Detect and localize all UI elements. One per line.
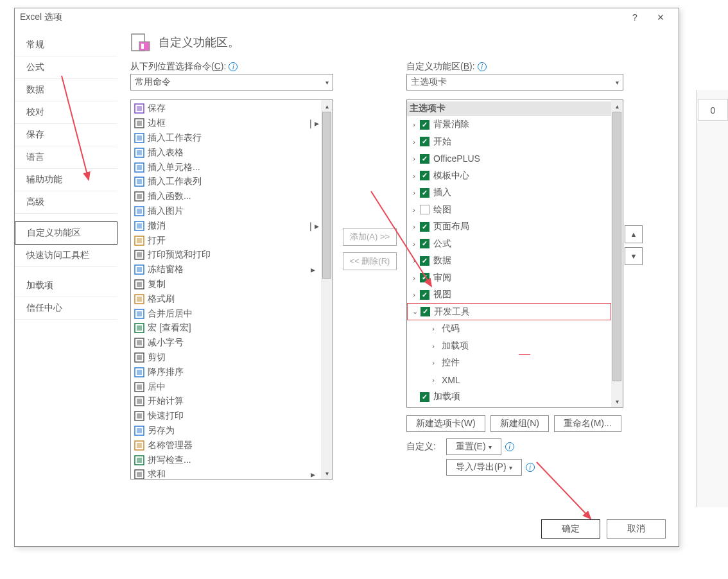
expand-toggle[interactable]: › xyxy=(410,223,419,230)
move-up-button[interactable]: ▲ xyxy=(625,225,643,243)
reset-button[interactable]: 重置(E)▾ xyxy=(446,438,501,455)
command-item[interactable]: 插入图片 xyxy=(131,204,321,219)
expand-toggle[interactable]: › xyxy=(410,155,419,162)
tree-node[interactable]: 加载项 xyxy=(407,388,611,406)
tree-node[interactable]: ›数据 xyxy=(407,252,611,270)
command-item[interactable]: 剪切 xyxy=(131,350,321,365)
tree-node[interactable]: ›加载项 xyxy=(407,337,611,354)
choose-commands-combo[interactable]: 常用命令▾ xyxy=(130,74,333,91)
new-group-button[interactable]: 新建组(N) xyxy=(490,415,549,432)
tree-node[interactable]: ›公式 xyxy=(407,235,611,252)
command-item[interactable]: 合并后居中 xyxy=(131,306,321,321)
expand-toggle[interactable]: › xyxy=(429,359,438,367)
sidebar-item-8[interactable]: 自定义功能区 xyxy=(15,221,117,245)
checkbox[interactable] xyxy=(420,273,429,282)
new-tab-button[interactable]: 新建选项卡(W) xyxy=(406,415,485,432)
info-icon[interactable]: i xyxy=(229,62,238,71)
command-item[interactable]: 插入函数... xyxy=(131,189,321,204)
command-item[interactable]: 拼写检查... xyxy=(131,453,321,467)
expand-toggle[interactable]: › xyxy=(410,121,419,128)
tree-node[interactable]: ›XML xyxy=(407,371,611,388)
tree-node[interactable]: ›绘图 xyxy=(407,201,611,218)
checkbox[interactable] xyxy=(420,222,429,232)
sidebar-item-6[interactable]: 辅助功能 xyxy=(15,169,117,191)
command-item[interactable]: 求和▸ xyxy=(131,467,321,479)
checkbox[interactable] xyxy=(420,392,429,402)
submenu-icon[interactable]: ▸ xyxy=(307,264,318,275)
command-item[interactable]: 复制 xyxy=(131,277,321,292)
sidebar-item-7[interactable]: 高级 xyxy=(15,191,117,214)
expand-toggle[interactable]: › xyxy=(429,376,438,384)
sidebar-item-1[interactable]: 公式 xyxy=(15,56,117,79)
command-item[interactable]: 减小字号 xyxy=(131,336,321,350)
expand-toggle[interactable]: › xyxy=(410,240,419,248)
checkbox[interactable] xyxy=(420,137,429,146)
info-icon[interactable]: i xyxy=(505,442,514,451)
tree-node[interactable]: ›控件 xyxy=(407,354,611,372)
ribbon-treeview[interactable]: 主选项卡›背景消除›开始›OfficePLUS›模板中心›插入›绘图›页面布局›… xyxy=(406,99,623,408)
sidebar-item-3[interactable]: 校对 xyxy=(15,101,117,124)
sidebar-item-2[interactable]: 数据 xyxy=(15,79,117,101)
commands-listbox[interactable]: 保存边框❘▸插入工作表行插入表格插入单元格...插入工作表列插入函数...插入图… xyxy=(130,99,333,480)
command-item[interactable]: 快速打印 xyxy=(131,409,321,424)
expand-toggle[interactable]: › xyxy=(410,257,419,264)
command-item[interactable]: 名称管理器 xyxy=(131,438,321,453)
command-item[interactable]: 另存为 xyxy=(131,424,321,438)
tree-node[interactable]: ›页面布局 xyxy=(407,218,611,236)
command-item[interactable]: 打开 xyxy=(131,233,321,248)
tree-node[interactable]: ›审阅 xyxy=(407,269,611,286)
add-button[interactable]: 添加(A) >> xyxy=(343,228,397,246)
tree-node[interactable]: ›视图 xyxy=(407,286,611,304)
command-item[interactable]: 撤消❘▸ xyxy=(131,218,321,233)
sidebar-item-0[interactable]: 常规 xyxy=(15,34,117,56)
checkbox[interactable] xyxy=(420,239,429,248)
ok-button[interactable]: 确定 xyxy=(541,519,600,539)
checkbox[interactable] xyxy=(420,120,429,130)
expand-toggle[interactable]: › xyxy=(410,189,419,196)
command-item[interactable]: 冻结窗格▸ xyxy=(131,263,321,277)
command-item[interactable]: 降序排序 xyxy=(131,365,321,379)
import-export-button[interactable]: 导入/导出(P)▾ xyxy=(446,459,522,476)
tree-node[interactable]: ›背景消除 xyxy=(407,116,611,134)
tree-node[interactable]: ›OfficePLUS xyxy=(407,150,611,168)
expand-toggle[interactable]: › xyxy=(410,138,419,146)
expand-toggle[interactable]: › xyxy=(429,325,438,333)
submenu-icon[interactable]: ▸ xyxy=(307,469,318,479)
remove-button[interactable]: << 删除(R) xyxy=(343,252,397,270)
command-item[interactable]: 居中 xyxy=(131,379,321,394)
cancel-button[interactable]: 取消 xyxy=(607,519,666,539)
info-icon[interactable]: i xyxy=(478,62,487,71)
command-item[interactable]: 打印预览和打印 xyxy=(131,248,321,263)
expand-toggle[interactable]: › xyxy=(410,274,419,282)
close-button[interactable]: × xyxy=(648,10,673,25)
command-item[interactable]: 插入表格 xyxy=(131,145,321,160)
sidebar-item-4[interactable]: 保存 xyxy=(15,124,117,146)
command-item[interactable]: 插入工作表列 xyxy=(131,175,321,189)
sidebar-item-10[interactable]: 加载项 xyxy=(15,275,117,297)
command-item[interactable]: 宏 [查看宏] xyxy=(131,321,321,336)
sidebar-item-5[interactable]: 语言 xyxy=(15,146,117,169)
tree-node[interactable]: ›插入 xyxy=(407,184,611,202)
command-item[interactable]: 边框❘▸ xyxy=(131,116,321,131)
info-icon[interactable]: i xyxy=(526,463,535,472)
checkbox[interactable] xyxy=(420,205,429,214)
rename-button[interactable]: 重命名(M)... xyxy=(554,415,621,432)
command-item[interactable]: 格式刷 xyxy=(131,291,321,306)
tree-node[interactable]: ›开始 xyxy=(407,133,611,150)
sidebar-item-9[interactable]: 快速访问工具栏 xyxy=(15,245,117,267)
expand-toggle[interactable]: ⌄ xyxy=(410,307,419,316)
tree-node[interactable]: ›模板中心 xyxy=(407,167,611,184)
checkbox[interactable] xyxy=(420,171,429,180)
command-item[interactable]: 插入单元格... xyxy=(131,160,321,175)
expand-toggle[interactable]: › xyxy=(410,172,419,180)
tree-node[interactable]: ›PDF工具箱 xyxy=(407,405,611,407)
command-item[interactable]: 插入工作表行 xyxy=(131,131,321,146)
command-item[interactable]: 保存 xyxy=(131,101,321,116)
tree-node[interactable]: ⌄开发工具 xyxy=(407,303,611,320)
tree-node[interactable]: ›代码 xyxy=(407,320,611,338)
customize-ribbon-combo[interactable]: 主选项卡▾ xyxy=(406,74,623,91)
expand-toggle[interactable]: › xyxy=(410,206,419,214)
expand-toggle[interactable]: › xyxy=(429,342,438,350)
help-button[interactable]: ? xyxy=(622,10,648,25)
expand-toggle[interactable]: › xyxy=(410,291,419,298)
